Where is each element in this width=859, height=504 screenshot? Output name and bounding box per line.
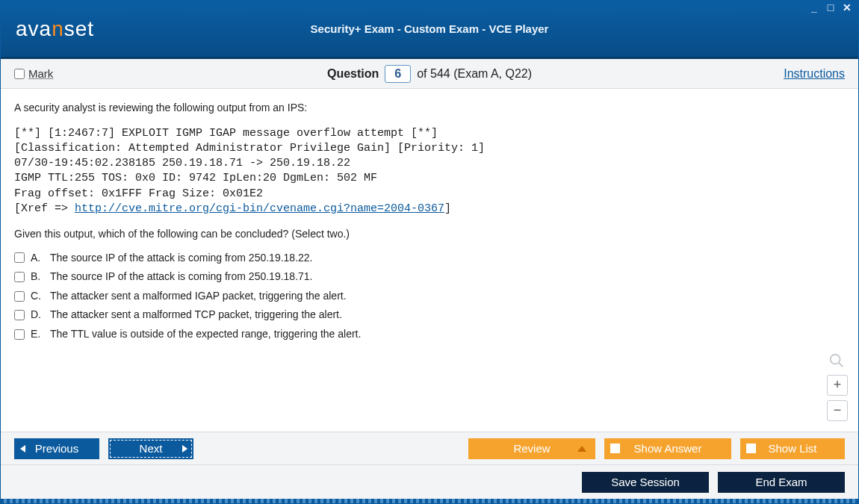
zoom-out-button[interactable]: − [827,400,848,421]
svg-point-0 [831,355,840,364]
ips-output: [**] [1:2467:7] EXPLOIT IGMP IGAP messag… [14,126,845,217]
option-letter: D. [31,308,44,323]
option-c-checkbox[interactable] [14,291,25,302]
option-text: The attacker sent a malformed TCP packet… [50,308,342,323]
window-controls: _ □ ✕ [807,2,854,14]
question-content: A security analyst is reviewing the foll… [1,89,858,432]
option-b-checkbox[interactable] [14,272,25,282]
cve-link[interactable]: http://cve.mitre.org/cgi-bin/cvename.cgi… [75,202,444,215]
close-button[interactable]: ✕ [840,2,854,14]
window-title: Security+ Exam - Custom Exam - VCE Playe… [1,22,858,35]
instructions-link[interactable]: Instructions [784,67,845,81]
mark-container: Mark [14,67,53,80]
bottom-stripe [1,499,858,503]
zoom-in-button[interactable]: + [827,375,848,396]
option-d: D. The attacker sent a malformed TCP pac… [14,308,845,323]
option-text: The source IP of the attack is coming fr… [50,251,313,266]
option-text: The attacker sent a malformed IGAP packe… [50,289,347,304]
question-number[interactable]: 6 [385,65,411,83]
zoom-tools: + − [827,352,848,421]
magnifier-icon[interactable] [828,352,846,370]
chevron-left-icon [20,445,25,452]
option-a: A. The source IP of the attack is coming… [14,251,845,266]
option-b: B. The source IP of the attack is coming… [14,270,845,284]
mark-checkbox[interactable] [14,69,25,79]
question-sub: Given this output, which of the followin… [14,227,845,242]
option-a-checkbox[interactable] [14,252,25,263]
minimize-button[interactable]: _ [807,2,821,14]
info-bar: Mark Question 6 of 544 (Exam A, Q22) Ins… [1,59,858,89]
show-answer-checkbox[interactable] [610,444,620,453]
option-text: The source IP of the attack is coming fr… [50,270,313,284]
review-button[interactable]: Review [468,438,595,459]
show-answer-button[interactable]: Show Answer [604,438,731,459]
chevron-right-icon [182,445,187,452]
titlebar: avanset Security+ Exam - Custom Exam - V… [1,1,858,59]
end-exam-button[interactable]: End Exam [718,472,845,493]
question-intro: A security analyst is reviewing the foll… [14,101,845,116]
option-text: The TTL value is outside of the expected… [50,327,361,342]
mark-label[interactable]: Mark [28,67,53,80]
svg-line-1 [839,363,843,367]
app-window: avanset Security+ Exam - Custom Exam - V… [0,0,859,504]
option-letter: E. [31,327,44,342]
option-e-checkbox[interactable] [14,329,25,340]
question-indicator: Question 6 of 544 (Exam A, Q22) [327,65,532,83]
next-button[interactable]: Next [108,438,193,459]
question-of-text: of 544 (Exam A, Q22) [417,67,532,81]
option-letter: C. [31,289,44,304]
show-list-button[interactable]: Show List [740,438,845,459]
option-e: E. The TTL value is outside of the expec… [14,327,845,342]
app-logo: avanset [16,17,94,41]
nav-bar-secondary: Save Session End Exam [1,464,858,499]
maximize-button[interactable]: □ [824,2,837,14]
option-letter: A. [31,251,44,266]
chevron-up-icon [577,446,586,452]
answer-options: A. The source IP of the attack is coming… [14,251,845,342]
save-session-button[interactable]: Save Session [582,472,709,493]
option-d-checkbox[interactable] [14,310,25,320]
option-c: C. The attacker sent a malformed IGAP pa… [14,289,845,304]
previous-button[interactable]: Previous [14,438,99,459]
question-word: Question [327,67,379,81]
nav-bar-primary: Previous Next Review Show Answer Show Li… [1,432,858,464]
show-list-checkbox[interactable] [746,444,756,453]
option-letter: B. [31,270,44,284]
